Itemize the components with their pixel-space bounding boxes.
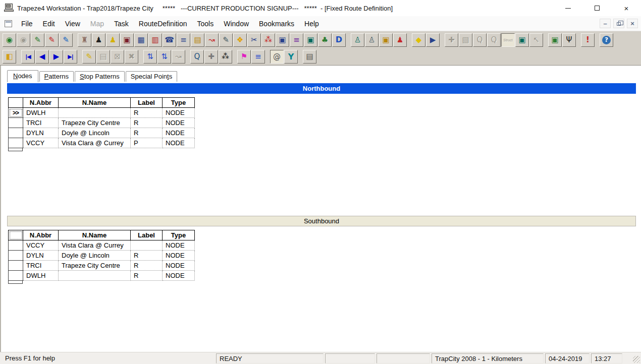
row-selector[interactable] xyxy=(9,138,23,148)
cell-type[interactable]: NODE xyxy=(163,240,195,251)
cell-label[interactable]: R xyxy=(131,261,163,271)
route-annotate-button[interactable]: ✎ xyxy=(219,33,233,47)
dispatch-net-button[interactable]: ♙ xyxy=(365,33,379,47)
runboard-button[interactable]: ▶ xyxy=(426,33,440,47)
bus-schedule-button[interactable]: ≡ xyxy=(290,33,303,47)
route-person-button[interactable]: ♙ xyxy=(351,33,364,47)
cell-name[interactable]: Doyle @ Lincoln xyxy=(59,251,131,261)
radio-bus-button[interactable]: Ψ xyxy=(562,33,576,47)
cell-type[interactable]: NODE xyxy=(163,251,195,261)
tab-special-points[interactable]: Special Points xyxy=(126,71,177,82)
cell-type[interactable]: NODE xyxy=(163,261,195,271)
tab-patterns[interactable]: Patterns xyxy=(39,71,74,82)
cell-abbr[interactable]: VCCY xyxy=(23,138,59,148)
cell-type[interactable]: NODE xyxy=(163,128,195,138)
blocks-button[interactable]: ❖ xyxy=(233,33,247,47)
cell-type[interactable]: NODE xyxy=(163,118,195,128)
world-map-button[interactable]: ◉ xyxy=(3,33,16,47)
edit-pattern-button[interactable]: ✎ xyxy=(45,33,59,47)
menu-item-help[interactable]: Help xyxy=(299,18,324,30)
cell-type[interactable]: NODE xyxy=(163,108,195,118)
mdi-minimize-button[interactable]: – xyxy=(600,19,611,28)
cell-label[interactable]: P xyxy=(131,138,163,148)
cell-abbr[interactable]: DYLN xyxy=(23,128,59,138)
cell-abbr[interactable]: DWLH xyxy=(23,108,59,118)
maximize-button[interactable] xyxy=(582,0,612,16)
cell-name[interactable]: Trapeze City Centre xyxy=(59,261,131,271)
move-up-button[interactable]: ⇅ xyxy=(143,50,157,64)
alert-button[interactable]: ! xyxy=(581,33,595,47)
cell-name[interactable] xyxy=(59,271,131,281)
current-row-marker[interactable]: >> xyxy=(9,108,23,118)
documents-button[interactable]: ▤ xyxy=(191,33,204,47)
menu-item-view[interactable]: View xyxy=(60,18,85,30)
mdi-system-menu-icon[interactable] xyxy=(5,20,12,27)
tab-nodes[interactable]: Nodes xyxy=(7,70,38,82)
menu-item-window[interactable]: Window xyxy=(219,18,254,30)
mdi-restore-button[interactable] xyxy=(613,19,624,28)
edit-button[interactable]: ✎ xyxy=(82,50,96,64)
route-path-button[interactable]: ↝ xyxy=(205,33,219,47)
bus-query-button[interactable]: ▣ xyxy=(379,33,393,47)
row-selector[interactable] xyxy=(9,251,23,261)
crew-assign-button[interactable]: ♟ xyxy=(393,33,407,47)
avl-monitor-button[interactable]: ▣ xyxy=(548,33,562,47)
minimize-button[interactable] xyxy=(553,0,582,16)
cell-name[interactable]: Vista Clara @ Currey xyxy=(59,240,131,251)
center-button[interactable]: ✚ xyxy=(204,50,218,64)
cell-type[interactable]: NODE xyxy=(163,271,195,281)
driver-black-hat-button[interactable]: ♟ xyxy=(92,33,105,47)
pushpin-button[interactable]: ◆ xyxy=(412,33,425,47)
bus-garage-button[interactable]: ▣ xyxy=(120,33,134,47)
cell-abbr[interactable]: DYLN xyxy=(23,251,59,261)
move-down-button[interactable]: ⇅ xyxy=(157,50,171,64)
cell-label[interactable]: R xyxy=(131,108,163,118)
mdi-close-button[interactable]: × xyxy=(627,19,638,28)
cell-name[interactable]: Doyle @ Lincoln xyxy=(59,128,131,138)
edit-segment-button[interactable]: ✎ xyxy=(59,33,73,47)
bus-fleet-button[interactable]: ▦ xyxy=(134,33,148,47)
print-button[interactable]: ▤ xyxy=(303,50,316,64)
row-selector[interactable] xyxy=(9,261,23,271)
bus-blocking-button[interactable]: ▥ xyxy=(148,33,162,47)
letter-d-button[interactable]: D xyxy=(332,33,346,47)
monitor-picture-button[interactable]: ▣ xyxy=(304,33,317,47)
phone-bus-button[interactable]: ☎ xyxy=(163,33,176,47)
cell-name[interactable]: Trapeze City Centre xyxy=(59,118,131,128)
bus-stop-tree-button[interactable]: ♣ xyxy=(318,33,332,47)
resize-grip[interactable] xyxy=(633,356,640,363)
bus-front-button[interactable]: ▣ xyxy=(276,33,289,47)
cell-label[interactable]: R xyxy=(131,128,163,138)
cut-pattern-button[interactable]: ✂ xyxy=(247,33,261,47)
cell-abbr[interactable]: TRCI xyxy=(23,261,59,271)
help-button[interactable]: ? xyxy=(600,33,613,47)
row-selector-header[interactable] xyxy=(9,98,23,108)
cell-name[interactable] xyxy=(59,108,131,118)
footprints-button[interactable]: ⁂ xyxy=(219,50,232,64)
cell-label[interactable]: R xyxy=(131,271,163,281)
edit-map-button[interactable]: ✎ xyxy=(31,33,44,47)
menu-item-task[interactable]: Task xyxy=(109,18,134,30)
crew-button[interactable]: ⁂ xyxy=(261,33,275,47)
cell-name[interactable]: Vista Clara @ Currey xyxy=(59,138,131,148)
cell-abbr[interactable]: DWLH xyxy=(23,271,59,281)
filter-button[interactable]: Y xyxy=(284,50,298,64)
row-selector[interactable] xyxy=(9,128,23,138)
map-select-button[interactable]: ▣ xyxy=(515,33,529,47)
menu-item-bookmarks[interactable]: Bookmarks xyxy=(254,18,299,30)
cell-label[interactable]: R xyxy=(131,251,163,261)
menu-item-routedefinition[interactable]: RouteDefinition xyxy=(134,18,192,30)
tab-stop-patterns[interactable]: Stop Patterns xyxy=(75,71,125,82)
menu-item-tools[interactable]: Tools xyxy=(192,18,219,30)
label-flag-button[interactable]: ⚑ xyxy=(237,50,251,64)
attachments-button[interactable]: @ xyxy=(270,50,284,64)
row-selector-header[interactable] xyxy=(9,230,23,240)
row-selector[interactable] xyxy=(9,240,23,251)
record-next-button[interactable]: ▶ xyxy=(49,50,63,64)
menu-item-edit[interactable]: Edit xyxy=(38,18,60,30)
timetable-button[interactable]: ≡ xyxy=(177,33,190,47)
depot-button[interactable]: ♜ xyxy=(78,33,91,47)
record-prev-button[interactable]: ◀ xyxy=(35,50,49,64)
cell-label[interactable] xyxy=(131,240,163,251)
exit-button[interactable]: ◧ xyxy=(3,50,16,64)
